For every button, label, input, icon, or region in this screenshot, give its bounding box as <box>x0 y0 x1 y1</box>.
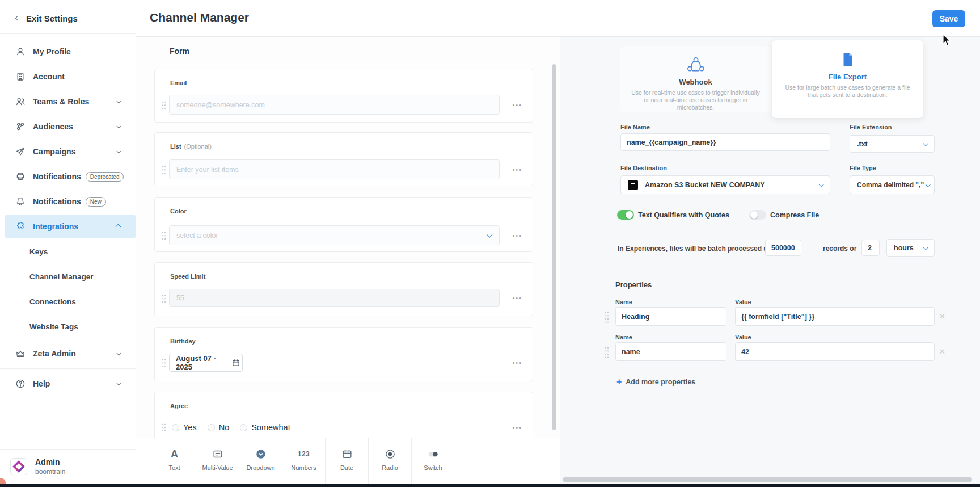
vertical-scrollbar[interactable] <box>552 64 556 430</box>
bell-icon <box>15 196 26 207</box>
form-field-card-email: Email ••• <box>154 69 533 123</box>
speed-limit-input[interactable] <box>169 289 500 307</box>
chevron-down-icon <box>818 182 824 187</box>
page-header: Channel Manager Save <box>136 0 980 37</box>
file-type-label: File Type <box>850 165 876 171</box>
sidebar-item-notifications-deprecated[interactable]: Notifications Deprecated <box>0 164 136 189</box>
property-value-input[interactable] <box>735 342 935 361</box>
toolbar-item-numbers[interactable]: 123 Numbers <box>282 438 325 484</box>
drag-handle-icon[interactable] <box>162 100 166 110</box>
sidebar-item-help[interactable]: Help <box>0 371 136 396</box>
toolbar-item-radio[interactable]: Radio <box>369 438 411 484</box>
exit-settings-button[interactable]: Exit Settings <box>0 10 78 26</box>
drag-handle-icon[interactable] <box>605 311 609 324</box>
mouse-cursor <box>943 34 952 49</box>
radio-icon <box>385 447 396 461</box>
sidebar-item-campaigns[interactable]: Campaigns <box>0 139 136 164</box>
field-type-toolbar: A Text Multi-Value Dropdown 123 Numbers … <box>136 438 560 484</box>
batch-every-input[interactable] <box>861 240 880 256</box>
property-value-input[interactable] <box>735 307 935 326</box>
drag-handle-icon[interactable] <box>162 423 166 433</box>
channel-config-panel: Webhook Use for real-time use cases to t… <box>560 37 980 487</box>
batch-or-text: records or <box>823 245 856 253</box>
user-account-button[interactable]: Admin boomtrain <box>0 449 136 484</box>
toolbar-label: Dropdown <box>246 464 274 471</box>
destination-logo-icon <box>628 180 638 190</box>
file-destination-select[interactable]: Amazon S3 Bucket NEW COMPANY <box>620 175 830 194</box>
drag-handle-icon[interactable] <box>162 165 166 175</box>
channel-type-file-export[interactable]: File Export Use for large batch use case… <box>772 40 923 118</box>
field-menu-button[interactable]: ••• <box>512 359 522 366</box>
chevron-down-icon <box>487 232 492 238</box>
email-field-input[interactable] <box>169 95 500 115</box>
field-menu-button[interactable]: ••• <box>512 102 522 108</box>
calendar-button[interactable] <box>229 354 242 371</box>
remove-property-button[interactable]: ✕ <box>939 312 945 321</box>
property-name-input[interactable] <box>615 342 726 361</box>
field-menu-button[interactable]: ••• <box>512 232 522 239</box>
file-extension-select[interactable]: .txt <box>850 135 935 153</box>
birthday-date-input[interactable]: August 07 - 2025 <box>169 354 243 372</box>
drag-handle-icon[interactable] <box>162 231 166 241</box>
add-more-properties-button[interactable]: + Add more properties <box>616 378 695 386</box>
radio-yes[interactable] <box>172 424 179 431</box>
new-badge: New <box>86 197 106 207</box>
chevron-up-icon <box>116 224 121 229</box>
remove-property-button[interactable]: ✕ <box>939 347 945 356</box>
save-button[interactable]: Save <box>932 10 965 27</box>
batch-unit-select[interactable]: hours <box>886 239 935 257</box>
field-label: Speed Limit <box>170 273 205 280</box>
switch-icon <box>427 447 440 461</box>
sidebar-item-audiences[interactable]: Audiences <box>0 114 136 139</box>
toolbar-item-text[interactable]: A Text <box>153 438 196 484</box>
sidebar-item-label: Notifications <box>33 197 81 206</box>
sidebar-item-account[interactable]: Account <box>0 64 136 89</box>
toolbar-item-switch[interactable]: Switch <box>412 438 454 484</box>
exit-settings-label: Exit Settings <box>26 14 78 23</box>
toolbar-item-dropdown[interactable]: Dropdown <box>239 438 282 484</box>
sidebar-item-label: Audiences <box>33 122 73 131</box>
sidebar-subitem-connections[interactable]: Connections <box>0 289 136 314</box>
color-select[interactable]: select a color <box>169 225 500 245</box>
horizontal-scrollbar[interactable] <box>563 477 972 482</box>
file-type-select[interactable]: Comma delimited "," <box>850 175 935 194</box>
divider <box>0 368 136 369</box>
sidebar-item-teams-roles[interactable]: Teams & Roles <box>0 89 136 114</box>
drag-handle-icon[interactable] <box>162 358 166 368</box>
text-qualifiers-toggle[interactable] <box>617 210 634 220</box>
sidebar-item-label: My Profile <box>33 47 71 56</box>
toolbar-item-date[interactable]: Date <box>326 438 368 484</box>
toolbar-item-multi-value[interactable]: Multi-Value <box>196 438 239 484</box>
toolbar-label: Switch <box>424 464 442 471</box>
sidebar-item-label: Help <box>33 379 50 388</box>
list-field-input[interactable] <box>169 159 500 179</box>
sidebar-item-my-profile[interactable]: My Profile <box>0 39 136 64</box>
sidebar-item-notifications-new[interactable]: Notifications New <box>0 189 136 214</box>
drag-handle-icon[interactable] <box>162 294 166 304</box>
sidebar-item-label: Teams & Roles <box>33 97 89 106</box>
back-chevron-icon <box>15 16 20 20</box>
file-name-input[interactable] <box>620 133 830 151</box>
batch-records-input[interactable] <box>765 240 801 256</box>
date-value: August 07 - 2025 <box>170 354 229 371</box>
agree-radio-group: Yes No Somewhat <box>172 423 301 432</box>
property-name-input[interactable] <box>615 307 726 326</box>
deprecated-badge: Deprecated <box>86 172 124 182</box>
date-icon <box>341 447 353 461</box>
subitem-label: Keys <box>29 247 48 256</box>
sidebar-item-integrations[interactable]: Integrations <box>5 215 136 238</box>
sidebar-subitem-channel-manager[interactable]: Channel Manager <box>0 264 136 289</box>
sidebar-subitem-website-tags[interactable]: Website Tags <box>0 314 136 339</box>
sidebar-subitem-keys[interactable]: Keys <box>0 239 136 264</box>
field-menu-button[interactable]: ••• <box>512 295 522 301</box>
channel-type-webhook[interactable]: Webhook Use for real-time use cases to t… <box>620 46 771 112</box>
radio-no[interactable] <box>208 424 215 431</box>
sidebar-item-zeta-admin[interactable]: Zeta Admin <box>0 341 136 366</box>
field-menu-button[interactable]: ••• <box>512 166 522 173</box>
compress-file-toggle[interactable] <box>749 210 766 220</box>
radio-somewhat[interactable] <box>240 424 247 431</box>
form-section-title: Form <box>170 47 189 56</box>
form-field-card-speed-limit: Speed Limit ••• <box>154 262 533 316</box>
field-menu-button[interactable]: ••• <box>512 424 522 431</box>
drag-handle-icon[interactable] <box>605 346 609 359</box>
